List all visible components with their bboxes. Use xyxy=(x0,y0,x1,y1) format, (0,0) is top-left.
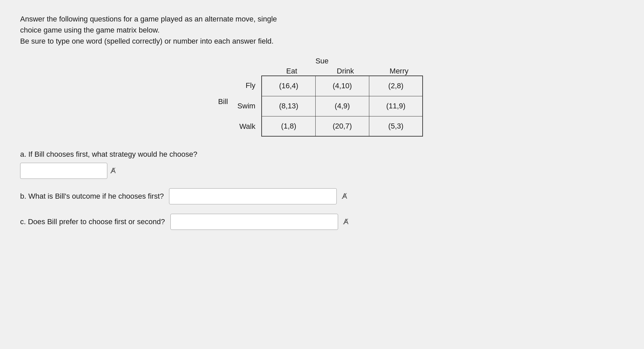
cell-swim-drink: (4,9) xyxy=(315,96,369,116)
question-c-spell-check-icon[interactable]: A̸ xyxy=(343,217,348,226)
question-b-label: b. What is Bill's outcome if he chooses … xyxy=(20,192,164,201)
cell-walk-eat: (1,8) xyxy=(262,116,315,136)
instruction-line3: Be sure to type one word (spelled correc… xyxy=(20,36,389,47)
cell-fly-drink: (4,10) xyxy=(315,76,369,96)
cell-fly-eat: (16,4) xyxy=(262,76,315,96)
bill-strategy-swim: Swim xyxy=(235,96,258,116)
question-c-input[interactable] xyxy=(170,214,338,230)
instructions: Answer the following questions for a gam… xyxy=(20,13,389,47)
questions-section: a. If Bill chooses first, what strategy … xyxy=(20,150,389,230)
question-a: a. If Bill chooses first, what strategy … xyxy=(20,150,389,179)
table-row-swim: (8,13) (4,9) (11,9) xyxy=(262,96,423,116)
sue-strategy-merry: Merry xyxy=(372,67,426,76)
question-a-label: a. If Bill chooses first, what strategy … xyxy=(20,150,389,159)
cell-walk-drink: (20,7) xyxy=(315,116,369,136)
cell-swim-eat: (8,13) xyxy=(262,96,315,116)
cell-walk-merry: (5,3) xyxy=(369,116,423,136)
question-b-input[interactable] xyxy=(169,188,337,204)
sue-strategy-drink: Drink xyxy=(319,67,372,76)
matrix-body: Bill Eat Drink Merry Fly Swim Walk xyxy=(218,67,426,137)
sue-strategy-eat: Eat xyxy=(265,67,319,76)
question-c-inline: c. Does Bill prefer to choose first or s… xyxy=(20,214,389,230)
sue-strategies: Eat Drink Merry xyxy=(265,67,426,76)
player1-label: Bill xyxy=(218,97,228,106)
table-row-fly: (16,4) (4,10) (2,8) xyxy=(262,76,423,96)
question-a-spell-check-icon[interactable]: A̸ xyxy=(111,166,116,175)
question-a-input[interactable] xyxy=(20,163,107,179)
game-table: (16,4) (4,10) (2,8) (8,13) (4,9) (11,9) … xyxy=(261,76,423,137)
question-b-spell-check-icon[interactable]: A̸ xyxy=(342,192,347,201)
table-row-walk: (1,8) (20,7) (5,3) xyxy=(262,116,423,136)
cell-swim-merry: (11,9) xyxy=(369,96,423,116)
player2-label: Sue xyxy=(315,57,328,65)
strategies-and-table: Eat Drink Merry Fly Swim Walk (16,4) xyxy=(235,67,426,137)
question-c: c. Does Bill prefer to choose first or s… xyxy=(20,214,389,230)
question-c-label: c. Does Bill prefer to choose first or s… xyxy=(20,217,165,226)
bill-strategy-fly: Fly xyxy=(235,76,258,96)
game-matrix-container: Sue Bill Eat Drink Merry Fly Swim Walk xyxy=(20,57,624,137)
question-a-answer-row: A̸ xyxy=(20,163,389,179)
question-b: b. What is Bill's outcome if he chooses … xyxy=(20,188,389,204)
question-b-inline: b. What is Bill's outcome if he chooses … xyxy=(20,188,389,204)
bill-strategies-and-cells: Fly Swim Walk (16,4) (4,10) (2,8) xyxy=(235,76,426,137)
cell-fly-merry: (2,8) xyxy=(369,76,423,96)
instruction-line2: choice game using the game matrix below. xyxy=(20,24,389,36)
matrix-wrapper: Sue Bill Eat Drink Merry Fly Swim Walk xyxy=(218,57,426,137)
bill-strategy-walk: Walk xyxy=(235,116,258,137)
instruction-line1: Answer the following questions for a gam… xyxy=(20,13,389,24)
bill-strategies: Fly Swim Walk xyxy=(235,76,258,137)
